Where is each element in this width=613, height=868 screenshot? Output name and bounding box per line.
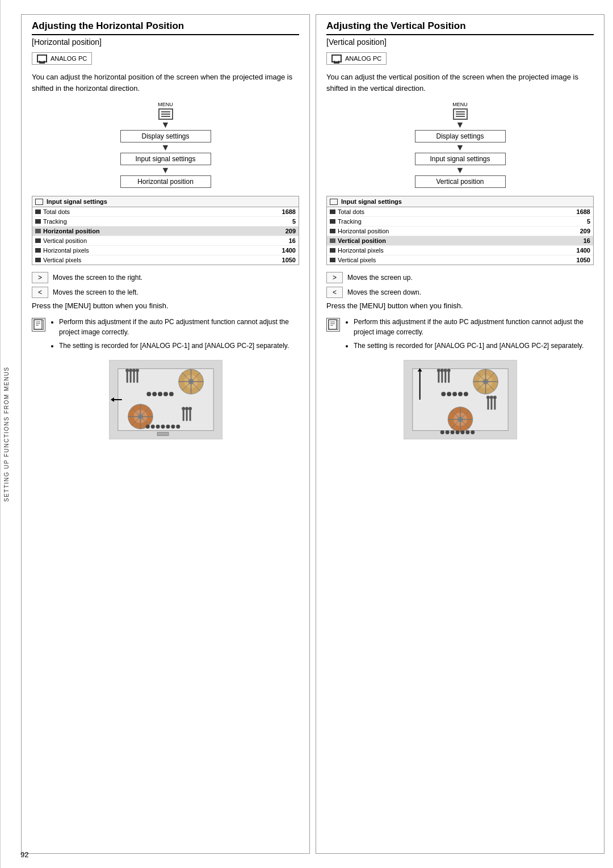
- left-row-1: Total dots 1688: [32, 207, 299, 217]
- side-label: SETTING UP FUNCTIONS FROM MENUS: [0, 0, 12, 868]
- left-note-item-2: The setting is recorded for [ANALOG PC-1…: [59, 341, 299, 351]
- svg-rect-34: [186, 410, 187, 421]
- svg-point-25: [169, 392, 173, 396]
- right-note-item-1: Perform this adjustment if the auto PC a…: [354, 317, 594, 337]
- left-key-less: <: [32, 287, 48, 298]
- svg-rect-15: [133, 372, 135, 383]
- right-title: Adjusting the Vertical Position: [326, 20, 594, 35]
- monitor-icon-right: [331, 54, 342, 62]
- right-menu-label: MENU: [452, 102, 468, 107]
- right-row-3: Horizontal position 209: [327, 227, 593, 236]
- svg-point-93: [465, 430, 469, 434]
- left-row-icon-5: [35, 248, 41, 253]
- left-column: Adjusting the Horizontal Position [Horiz…: [21, 14, 310, 854]
- left-arrow-1: ▼: [161, 120, 170, 129]
- svg-rect-64: [444, 372, 446, 383]
- svg-point-91: [455, 430, 459, 434]
- left-row-5: Horizontal pixels 1400: [32, 246, 299, 255]
- right-row-icon-4: [330, 238, 335, 243]
- svg-point-89: [445, 430, 449, 434]
- right-flow-step-1: Display settings: [415, 130, 506, 142]
- left-note-list: Perform this adjustment if the auto PC a…: [50, 317, 299, 354]
- left-note-icon: [32, 318, 45, 332]
- svg-rect-35: [189, 410, 191, 421]
- svg-point-45: [176, 425, 180, 429]
- right-flow-step-2: Input signal settings: [415, 153, 506, 165]
- svg-point-70: [441, 392, 446, 396]
- svg-point-22: [152, 392, 157, 396]
- svg-rect-62: [438, 372, 439, 383]
- monitor-icon-left: [37, 54, 47, 62]
- svg-rect-33: [182, 410, 184, 421]
- svg-point-42: [161, 425, 165, 429]
- right-description: You can adjust the vertical position of …: [326, 72, 594, 94]
- left-press-menu: Press the [MENU] button when you finish.: [32, 301, 299, 310]
- svg-point-43: [166, 425, 170, 429]
- svg-rect-16: [136, 372, 138, 383]
- right-note-icon: [326, 318, 340, 332]
- page-number: 92: [20, 850, 28, 859]
- left-row-4: Vertical position 16: [32, 236, 299, 246]
- svg-point-69: [447, 369, 450, 372]
- svg-point-41: [156, 425, 159, 429]
- right-row-icon-5: [330, 248, 335, 253]
- left-arrow-2: ▼: [161, 143, 170, 152]
- right-note-item-2: The setting is recorded for [ANALOG PC-1…: [354, 341, 594, 351]
- right-column: Adjusting the Vertical Position [Vertica…: [316, 14, 604, 854]
- left-row-icon-2: [35, 219, 41, 224]
- left-row-6: Vertical pixels 1050: [32, 255, 299, 265]
- svg-point-38: [188, 407, 192, 410]
- right-press-menu: Press the [MENU] button when you finish.: [326, 301, 594, 310]
- svg-point-23: [158, 392, 162, 396]
- svg-point-88: [440, 430, 444, 434]
- right-row-icon-2: [330, 219, 335, 224]
- right-menu-icon: [453, 108, 468, 120]
- svg-rect-82: [487, 399, 489, 410]
- left-row-2: Tracking 5: [32, 217, 299, 227]
- left-illustration: [109, 360, 222, 439]
- svg-rect-65: [448, 372, 450, 383]
- left-menu-label: MENU: [158, 102, 173, 107]
- left-key-row-2: < Moves the screen to the left.: [32, 287, 299, 298]
- left-row-icon-6: [35, 258, 41, 262]
- left-table-icon: [35, 199, 43, 205]
- svg-point-85: [486, 396, 490, 399]
- svg-rect-48: [157, 432, 169, 435]
- right-subtitle: [Vertical position]: [326, 37, 594, 47]
- left-menu-icon: [158, 108, 173, 120]
- svg-point-74: [463, 392, 468, 396]
- svg-point-72: [452, 392, 457, 396]
- right-menu-flow: MENU ▼ Display settings ▼ Input signal s…: [326, 102, 594, 188]
- right-row-5: Horizontal pixels 1400: [327, 246, 593, 255]
- svg-point-37: [185, 407, 188, 410]
- left-row-icon-1: [35, 209, 41, 214]
- svg-rect-14: [129, 372, 131, 383]
- right-table-header: Input signal settings: [327, 196, 593, 207]
- right-analog-badge: ANALOG PC: [326, 52, 387, 65]
- left-analog-badge: ANALOG PC: [32, 52, 92, 65]
- right-key-desc-1: Moves the screen up.: [347, 274, 413, 282]
- svg-point-21: [146, 392, 151, 396]
- svg-point-68: [443, 369, 447, 372]
- left-flow-step-2: Input signal settings: [120, 153, 211, 165]
- left-arrow-3: ▼: [161, 166, 170, 175]
- svg-point-18: [129, 369, 132, 372]
- left-note-item-1: Perform this adjustment if the auto PC a…: [59, 317, 299, 337]
- right-row-icon-1: [330, 209, 335, 214]
- left-table-header: Input signal settings: [32, 196, 299, 207]
- svg-rect-0: [34, 320, 42, 329]
- left-flow-step-3: Horizontal position: [120, 175, 211, 188]
- right-illustration-area: [326, 360, 594, 439]
- svg-point-66: [436, 369, 440, 372]
- svg-point-19: [132, 369, 136, 372]
- svg-point-39: [145, 425, 149, 429]
- svg-point-17: [125, 369, 129, 372]
- left-illustration-area: [32, 360, 299, 439]
- right-key-desc-2: Moves the screen down.: [347, 288, 421, 296]
- svg-point-24: [163, 392, 168, 396]
- left-menu-flow: MENU ▼ Display settings ▼ Input signal s…: [32, 102, 299, 188]
- svg-point-67: [440, 369, 443, 372]
- right-settings-table: Input signal settings Total dots 1688 Tr…: [326, 196, 594, 265]
- svg-rect-49: [329, 320, 337, 329]
- left-row-3: Horizontal position 209: [32, 227, 299, 236]
